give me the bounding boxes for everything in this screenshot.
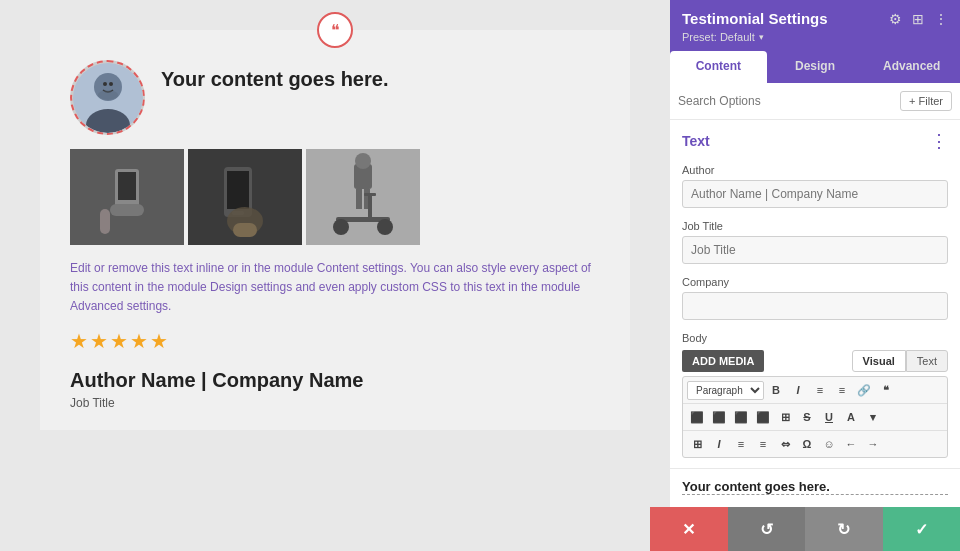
job-title-input[interactable] (682, 236, 948, 264)
link-button[interactable]: 🔗 (854, 380, 874, 400)
cancel-icon: ✕ (682, 520, 695, 539)
save-icon: ✓ (915, 520, 928, 539)
panel-header: Testimonial Settings ⚙ ⊞ ⋮ Preset: Defau… (670, 0, 960, 51)
strikethrough-button[interactable]: S (797, 407, 817, 427)
svg-rect-8 (118, 172, 136, 200)
table-button[interactable]: ⊞ (775, 407, 795, 427)
indent-button[interactable]: ≡ (731, 434, 751, 454)
italic-button[interactable]: I (788, 380, 808, 400)
svg-point-4 (109, 82, 113, 86)
author-label: Author (682, 164, 948, 176)
undo-editor-button[interactable]: ← (841, 434, 861, 454)
search-input[interactable] (678, 94, 894, 108)
svg-rect-10 (100, 209, 110, 234)
underline-button[interactable]: U (819, 407, 839, 427)
redo-button[interactable]: ↻ (805, 507, 883, 551)
testimonial-card: ❝ Your content goes here. (40, 30, 630, 430)
svg-rect-13 (227, 171, 249, 209)
cancel-button[interactable]: ✕ (650, 507, 728, 551)
font-color-button[interactable]: A (841, 407, 861, 427)
redo-editor-button[interactable]: → (863, 434, 883, 454)
panel-body: + Filter Text ⋮ Author Job Title Company… (670, 83, 960, 551)
filter-button[interactable]: + Filter (900, 91, 952, 111)
tab-advanced[interactable]: Advanced (863, 51, 960, 83)
bold-button[interactable]: B (766, 380, 786, 400)
paste-button[interactable]: ⊞ (687, 434, 707, 454)
panel-title: Testimonial Settings (682, 10, 828, 27)
align-left-button[interactable]: ⬛ (687, 407, 707, 427)
body-text: Edit or remove this text inline or in th… (70, 259, 600, 317)
visual-button[interactable]: Visual (852, 350, 906, 372)
add-media-button[interactable]: ADD MEDIA (682, 350, 764, 372)
job-title-display: Job Title (70, 396, 600, 410)
color-dropdown[interactable]: ▾ (863, 407, 883, 427)
align-right-button[interactable]: ⬛ (731, 407, 751, 427)
preset-label: Preset: Default (682, 31, 755, 43)
preview-snippet: Your content goes here. (670, 468, 960, 505)
avatar (70, 60, 145, 135)
content-title: Your content goes here. (161, 68, 388, 91)
ul-button[interactable]: ≡ (810, 380, 830, 400)
tab-content[interactable]: Content (670, 51, 767, 83)
job-title-label: Job Title (682, 220, 948, 232)
preview-area: ❝ Your content goes here. (0, 0, 670, 551)
emoji-button[interactable]: ☺ (819, 434, 839, 454)
align-center-button[interactable]: ⬛ (709, 407, 729, 427)
text-section-header: Text ⋮ (670, 120, 960, 158)
svg-rect-20 (356, 189, 362, 209)
stars-rating: ★★★★★ (70, 329, 600, 353)
more-options-icon[interactable]: ⋮ (934, 11, 948, 27)
grid-icon[interactable]: ⊞ (912, 11, 924, 27)
toolbar-row-2: ⬛ ⬛ ⬛ ⬛ ⊞ S U A ▾ (683, 404, 947, 431)
text-section-title: Text (682, 133, 710, 149)
toolbar-row-1: Paragraph B I ≡ ≡ 🔗 ❝ (683, 377, 947, 404)
outdent-button[interactable]: ≡ (753, 434, 773, 454)
undo-icon: ↺ (760, 520, 773, 539)
search-row: + Filter (670, 83, 960, 120)
toolbar-row-3: ⊞ I ≡ ≡ ⇔ Ω ☺ ← → (683, 431, 947, 457)
preset-row: Preset: Default ▾ (682, 31, 948, 43)
panel-tabs: Content Design Advanced (670, 51, 960, 83)
fullscreen-button[interactable]: ⇔ (775, 434, 795, 454)
ol-button[interactable]: ≡ (832, 380, 852, 400)
panel-title-row: Testimonial Settings ⚙ ⊞ ⋮ (682, 10, 948, 27)
tab-design[interactable]: Design (767, 51, 864, 83)
special-char-button[interactable]: Ω (797, 434, 817, 454)
image-row (70, 149, 600, 245)
testimonial-top: Your content goes here. (70, 60, 600, 135)
svg-point-23 (333, 219, 349, 235)
align-justify-button[interactable]: ⬛ (753, 407, 773, 427)
undo-button[interactable]: ↺ (728, 507, 806, 551)
body-toolbar-top: ADD MEDIA Visual Text (682, 350, 948, 372)
save-button[interactable]: ✓ (883, 507, 961, 551)
svg-point-3 (103, 82, 107, 86)
content-title-wrapper: Your content goes here. (161, 60, 388, 91)
italic2-button[interactable]: I (709, 434, 729, 454)
company-label: Company (682, 276, 948, 288)
preview-snippet-text: Your content goes here. (682, 479, 948, 495)
svg-point-24 (377, 219, 393, 235)
visual-text-toggle: Visual Text (852, 350, 948, 372)
settings-icon[interactable]: ⚙ (889, 11, 902, 27)
svg-rect-16 (233, 223, 257, 237)
image-2 (188, 149, 302, 245)
image-1 (70, 149, 184, 245)
preset-arrow[interactable]: ▾ (759, 32, 764, 42)
text-button[interactable]: Text (906, 350, 948, 372)
settings-panel: Testimonial Settings ⚙ ⊞ ⋮ Preset: Defau… (670, 0, 960, 551)
author-input[interactable] (682, 180, 948, 208)
company-field-group: Company (670, 270, 960, 326)
redo-icon: ↻ (837, 520, 850, 539)
panel-title-icons: ⚙ ⊞ ⋮ (889, 11, 948, 27)
blockquote-button[interactable]: ❝ (876, 380, 896, 400)
author-name: Author Name | Company Name (70, 369, 600, 392)
company-input[interactable] (682, 292, 948, 320)
svg-point-5 (98, 90, 118, 100)
author-field-group: Author (670, 158, 960, 214)
quote-icon: ❝ (317, 12, 353, 48)
text-section-more-icon[interactable]: ⋮ (930, 130, 948, 152)
paragraph-select[interactable]: Paragraph (687, 381, 764, 400)
svg-rect-9 (110, 204, 144, 216)
action-bar: ✕ ↺ ↻ ✓ (650, 507, 960, 551)
svg-rect-25 (368, 194, 372, 218)
